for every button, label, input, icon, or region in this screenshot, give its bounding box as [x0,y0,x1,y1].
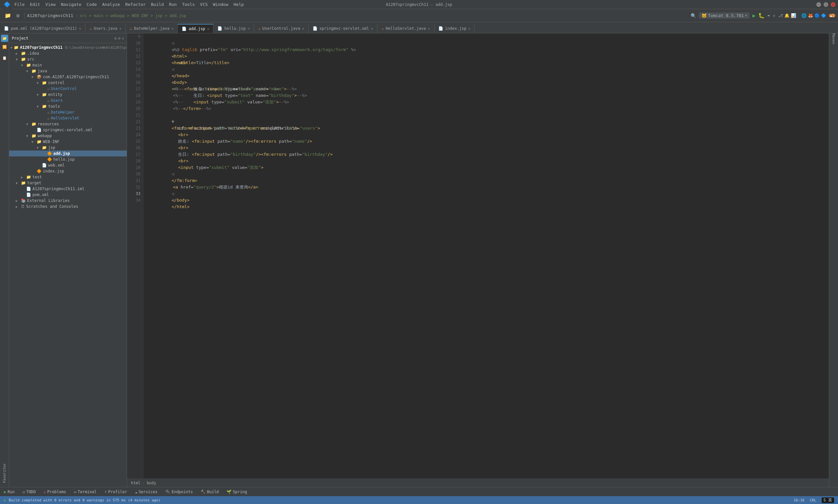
tab-usercontrol[interactable]: ☕ UserControl.java ✕ [254,24,308,33]
tab-helloservlet-close[interactable]: ✕ [428,26,430,31]
tree-resources[interactable]: ▼ 📁 resources [9,121,127,127]
tree-datehelper[interactable]: ☕ DateHelper [9,109,127,115]
tree-webapp[interactable]: ▼ 📁 webapp [9,133,127,139]
menu-window[interactable]: Window [211,1,231,7]
menu-view[interactable]: View [43,1,58,7]
tab-datehelper[interactable]: ☕ DateHelper.java ✕ [126,24,178,33]
menu-navigate[interactable]: Navigate [58,1,84,7]
profile-button[interactable]: ⚡ [773,13,775,18]
tree-scratches[interactable]: ▶ 🗒 Scratches and Consoles [9,203,127,210]
project-view-toggle[interactable]: 📁 [3,11,13,20]
run-button[interactable]: ▶ [752,13,755,19]
todo-button[interactable]: ☑ TODO [21,489,37,495]
build-button[interactable]: 🔨 Build [199,489,220,495]
menu-code[interactable]: Code [84,1,100,7]
fold-14[interactable]: ◁ [172,73,174,78]
problems-button[interactable]: ⚠ Problems [42,489,68,495]
run-bottom-button[interactable]: ▶ Run [3,489,16,495]
tab-springmvc-close[interactable]: ✕ [371,26,373,31]
tree-ext-libs[interactable]: ▶ 📚 External Libraries [9,198,127,203]
tree-add-jsp[interactable]: 🔶 add.jsp [9,150,127,157]
commit-sidebar-icon[interactable]: 🔀 [1,43,8,50]
tree-com[interactable]: ▼ 📦 com.A1207.A1207springmvcCh11 [9,74,127,80]
panel-settings-icon[interactable]: ⚙ [114,36,117,40]
fold-11[interactable]: ◁ [172,54,174,58]
favorites-label[interactable]: Favorites [1,461,8,486]
structure-sidebar-icon[interactable]: 📋 [1,54,8,61]
tab-hello-close[interactable]: ✕ [248,26,250,31]
fold-10[interactable]: ◁ [172,47,174,52]
tab-usercontrol-close[interactable]: ✕ [302,26,304,31]
tree-entity[interactable]: ▼ 📁 entity [9,92,127,97]
menu-vcs[interactable]: VCS [197,1,210,7]
terminal-button[interactable]: ▭ Terminal [73,489,98,495]
tree-pom[interactable]: 📄 pom.xml [9,192,127,198]
tab-add-close[interactable]: ✕ [207,27,210,31]
tree-src[interactable]: ▼ 📁 src [9,56,127,62]
tree-tools[interactable]: ▼ 📁 tools [9,104,127,109]
panel-expand-icon[interactable]: ≡ [118,36,121,40]
tree-java[interactable]: ▼ 📁 java [9,68,127,74]
fold-13[interactable]: ◁ [172,67,174,72]
menu-run[interactable]: Run [166,1,179,7]
tree-usercontrol[interactable]: ☕ UserControl [9,86,127,92]
git-icon[interactable]: ⎇ [778,13,783,18]
tree-idea[interactable]: ▶ 📁 .idea [9,50,127,56]
menu-edit[interactable]: Edit [27,1,42,7]
tree-helloservlet[interactable]: ☕ HelloServlet [9,115,127,121]
fold-33[interactable]: ◁ [172,198,174,202]
minimize-button[interactable]: ─ [816,2,821,7]
tab-users-close[interactable]: ✕ [119,26,122,31]
tab-pom-close[interactable]: ✕ [79,26,81,31]
tree-index-jsp[interactable]: 🔶 index.jsp [9,168,127,174]
tab-add[interactable]: 📄 add.jsp ✕ [178,24,213,33]
menu-file[interactable]: File [12,1,27,7]
tree-control[interactable]: ▼ 📁 control [9,80,127,86]
menu-tools[interactable]: Tools [179,1,197,7]
search-everywhere-button[interactable]: 🔍 [691,13,696,18]
tree-jsp[interactable]: ▼ 📁 jsp [9,145,127,150]
fold-9[interactable]: ◁ [172,40,174,46]
code-editor[interactable]: 9 10 11 12 13 14 15 16 17 18 19 20 21 22… [127,33,829,479]
vcs-icon[interactable]: 📊 [791,13,796,18]
coverage-button[interactable]: ☂ [767,13,770,18]
tree-webinf[interactable]: ▼ 📁 WEB-INF [9,139,127,145]
profiler-button[interactable]: ⚡ Profiler [103,489,128,495]
project-sidebar-icon[interactable]: 📁 [1,35,8,42]
panel-close-icon[interactable]: ✕ [122,36,124,40]
fold-32[interactable]: ◁ [172,191,174,196]
firefox-icon[interactable]: 🦊 [808,13,813,18]
breadcrumb-body[interactable]: body [147,481,156,485]
chrome-icon[interactable]: 🌐 [801,13,806,18]
tree-test[interactable]: ▶ 📁 test [9,174,127,180]
close-button[interactable]: ✕ [831,2,835,7]
tab-datehelper-close[interactable]: ✕ [172,26,174,31]
tree-hello-jsp[interactable]: 🔶 hello.jsp [9,157,127,162]
tree-web-xml[interactable]: 📄 web.xml [9,162,127,168]
tree-springmvc[interactable]: 📄 springmvc-servlet.xml [9,127,127,133]
tab-index-close[interactable]: ✕ [468,26,471,31]
tab-springmvc[interactable]: 📄 springmvc-servlet.xml ✕ [309,24,377,33]
tab-hello[interactable]: 📄 hello.jsp ✕ [213,24,254,33]
run-config-selector[interactable]: 🐱 Tomcat 8.5.781 ▼ [699,13,750,19]
tree-main[interactable]: ▼ 📁 main [9,62,127,68]
maven-label-btn[interactable]: Maven [830,35,837,42]
tab-users[interactable]: ☕ Users.java ✕ [86,24,126,33]
fold-29[interactable]: ◁ [172,172,174,176]
endpoints-button[interactable]: 🔌 Endpoints [164,489,194,495]
settings-button[interactable]: ⚙ [14,11,22,20]
spring-button[interactable]: 🌱 Spring [225,489,248,495]
edge-icon[interactable]: 🔵 [815,13,820,18]
breadcrumb-html[interactable]: html [131,481,140,485]
maximize-button[interactable]: □ [824,2,828,7]
code-content[interactable]: ◁ <%@ taglib prefix="fm" uri="http://www… [143,33,829,479]
tab-helloservlet[interactable]: ☕ HelloServlet.java ✕ [377,24,434,33]
fold-21[interactable]: ▼ [172,119,174,124]
debug-button[interactable]: 🐛 [758,13,765,19]
tree-root[interactable]: ▼ 📁 A1207springmvcCh11 D:\JavaEnterprise… [9,44,127,50]
services-button[interactable]: ☁ Services [133,489,159,495]
menu-help[interactable]: Help [231,1,247,7]
ie-icon[interactable]: 🔷 [821,13,826,18]
tab-pom[interactable]: 📄 pom.xml (A1207springmvcCh11) ✕ [0,24,86,33]
menu-build[interactable]: Build [148,1,166,7]
